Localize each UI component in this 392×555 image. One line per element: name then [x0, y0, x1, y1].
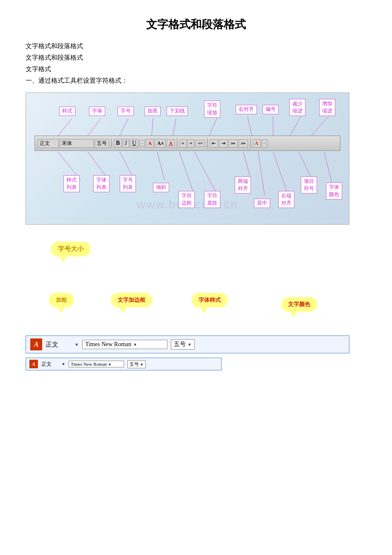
- label-style-list: 样式列表: [63, 175, 80, 192]
- label-indent-dec: 减少缩进: [289, 99, 306, 116]
- label-bullets: 项目符号: [301, 176, 317, 194]
- toolbar-size[interactable]: 五号: [95, 139, 109, 148]
- toolbar-num[interactable]: ≔: [239, 139, 248, 147]
- toolbar-align-left[interactable]: ≡: [179, 139, 187, 147]
- dropdown-arrow-font[interactable]: ▼: [133, 342, 137, 347]
- svg-line-15: [194, 152, 218, 195]
- toolbar-align-center[interactable]: ≡: [187, 139, 195, 147]
- label-size: 字号: [118, 107, 134, 116]
- toolbar-size-small[interactable]: 五号 ▼: [127, 360, 146, 368]
- dropdown-arrow-size-small[interactable]: ▼: [140, 363, 144, 367]
- label-font-list: 字体列表: [93, 175, 110, 192]
- toolbar-bar: 正文 宋体 五号 B I U · A AA A ≡ ≡ ≡≡ ⇤ ⇥ ≔ ≔ A…: [35, 136, 340, 151]
- toolbar-separator-4: [250, 138, 251, 148]
- svg-line-14: [179, 152, 194, 195]
- section-title: 一、通过格式工具栏设置字符格式：: [26, 77, 366, 85]
- label-font-color: 字体颜色: [326, 182, 342, 199]
- label-font: 字体: [89, 107, 105, 116]
- subtitle-1: 文字格式和段落格式: [26, 42, 366, 50]
- label-bold: 加黑: [144, 107, 161, 116]
- callout-section-2: 加粗 文字加边框 字体样式 文字颜色: [26, 284, 366, 327]
- toolbar-italic[interactable]: I: [123, 139, 129, 147]
- label-char-scale: 字符缩放: [204, 101, 220, 118]
- toolbar-font-large[interactable]: Times New Roman ▼: [82, 340, 167, 349]
- callout-fontsize: 字号大小: [51, 242, 90, 257]
- label-size-list: 字号列表: [120, 175, 136, 192]
- label-center: 居中: [254, 199, 270, 208]
- toolbar-dotted[interactable]: ·: [139, 140, 145, 147]
- svg-line-3: [152, 119, 153, 136]
- label-char-border: 字符边框: [179, 191, 195, 208]
- page-title: 文字格式和段落格式: [26, 17, 366, 32]
- svg-line-20: [324, 152, 333, 187]
- toolbar-icon-large: A: [30, 338, 42, 350]
- label-justify: 两端对齐: [235, 176, 251, 194]
- toolbar-underline[interactable]: U: [130, 139, 138, 147]
- toolbar-font-color[interactable]: A: [253, 139, 261, 147]
- svg-line-1: [88, 119, 101, 136]
- svg-line-5: [209, 116, 218, 136]
- toolbar-extra[interactable]: ·: [262, 139, 267, 147]
- toolbar-diagram: www.boc.com.cn 正文 宋体 五号 B I U · A AA A ≡…: [26, 92, 349, 225]
- toolbar-indent-inc[interactable]: ⇥: [219, 139, 228, 147]
- toolbar-size-large[interactable]: 五号 ▼: [171, 339, 195, 350]
- label-italic: 倾斜: [153, 183, 169, 192]
- toolbar-style-small[interactable]: 正文: [41, 361, 58, 368]
- svg-line-6: [248, 116, 252, 136]
- toolbar-style[interactable]: 正文: [37, 139, 59, 148]
- toolbar-color-a[interactable]: A: [146, 139, 154, 147]
- subtitle-2: 文字格式和段落格式: [26, 54, 366, 62]
- toolbar-font-small[interactable]: Times New Roman ▼: [69, 361, 124, 367]
- svg-line-19: [299, 152, 312, 180]
- callout-section-1: 字号大小: [26, 237, 366, 276]
- svg-line-0: [58, 119, 72, 136]
- label-right-align: 右对齐: [236, 105, 257, 114]
- toolbar-list[interactable]: ≔: [228, 139, 238, 147]
- toolbar-font[interactable]: 宋体: [60, 139, 94, 148]
- toolbar-separator-1: [111, 138, 112, 148]
- dropdown-arrow-size[interactable]: ▼: [187, 342, 192, 347]
- toolbar-icon-small: A: [29, 360, 38, 368]
- toolbar-mockup-small: A 正文 ▼ Times New Roman ▼ 五号 ▼: [26, 358, 222, 370]
- toolbar-align-right[interactable]: ≡≡: [195, 140, 205, 147]
- callout-bold: 加粗: [49, 293, 74, 307]
- dropdown-arrow-font-small[interactable]: ▼: [108, 363, 112, 367]
- toolbar-style-large[interactable]: 正文: [46, 341, 71, 349]
- toolbar-bold[interactable]: B: [114, 139, 122, 147]
- svg-line-8: [290, 116, 301, 136]
- svg-line-9: [311, 116, 329, 136]
- label-right: 右端对齐: [278, 191, 294, 208]
- dropdown-arrow-style[interactable]: ▼: [75, 342, 79, 347]
- toolbar-separator-3: [207, 138, 208, 148]
- label-char-shade: 字符底纹: [204, 191, 220, 208]
- label-numbering: 编号: [262, 105, 279, 114]
- svg-line-16: [243, 152, 251, 180]
- callout-color: 文字颜色: [281, 297, 317, 312]
- toolbar-indent-dec[interactable]: ⇤: [210, 139, 218, 147]
- toolbar-mockup-large: A 正文 ▼ Times New Roman ▼ 五号 ▼: [26, 335, 349, 353]
- label-indent-inc: 增加缩进: [319, 99, 335, 116]
- toolbar-color-aa[interactable]: AA: [155, 139, 166, 147]
- toolbar-color-a2[interactable]: A: [167, 139, 175, 147]
- svg-line-4: [173, 119, 176, 136]
- svg-line-17: [258, 152, 265, 195]
- toolbar-separator-2: [177, 138, 177, 148]
- callout-border: 文字加边框: [111, 293, 152, 307]
- callout-style: 字体样式: [192, 293, 228, 307]
- svg-line-2: [120, 119, 128, 136]
- label-underline: 下划线: [167, 107, 188, 116]
- dropdown-arrow-style-small[interactable]: ▼: [62, 362, 65, 366]
- label-style: 样式: [59, 107, 75, 116]
- subtitle-3: 文字格式: [26, 65, 366, 73]
- svg-line-18: [273, 152, 288, 195]
- svg-line-13: [157, 152, 164, 180]
